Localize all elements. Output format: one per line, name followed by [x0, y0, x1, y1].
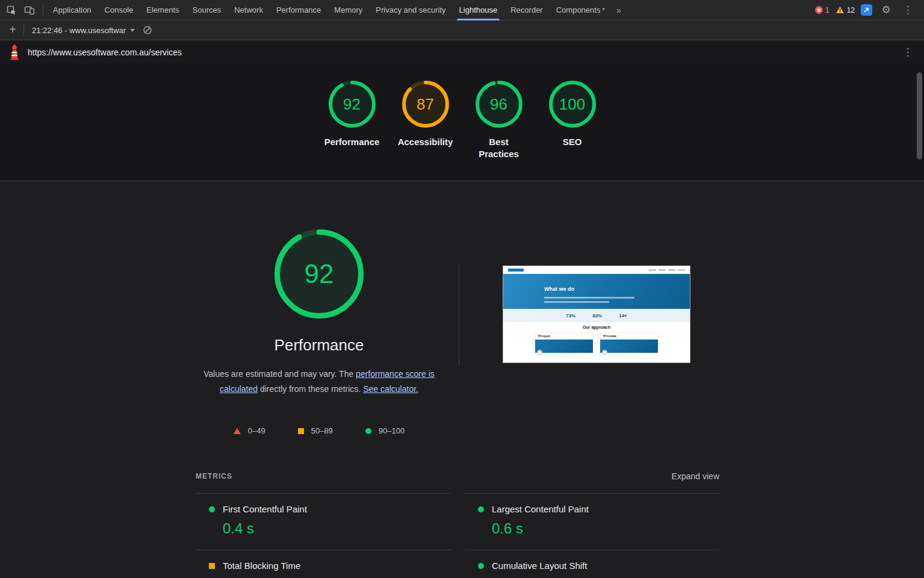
see-calculator-link[interactable]: See calculator.	[363, 384, 418, 394]
category-accessibility[interactable]: 87 Accessibility	[392, 81, 459, 181]
tab-memory[interactable]: Memory	[327, 0, 369, 20]
legend-range: 0–49	[248, 426, 265, 435]
expand-view-button[interactable]: Expand view	[672, 471, 719, 481]
legend-pass: 90–100	[365, 426, 405, 435]
tab-recorder[interactable]: Recorder	[504, 0, 549, 20]
thumb-stat: 14+	[619, 313, 627, 319]
metric-cumulative-layout-shift: Cumulative Layout Shift	[465, 550, 719, 577]
toolbar-separator	[43, 4, 43, 16]
thumb-nav	[503, 266, 690, 274]
report-url: https://www.usesoftware.com.au/services	[28, 48, 182, 57]
toolbar-right-icons: 1 12 ⚙ ⋮	[815, 2, 920, 18]
thumb-section-title: Our approach	[503, 322, 690, 332]
thumb-card: Project	[535, 332, 593, 353]
metric-name: Cumulative Layout Shift	[492, 561, 587, 571]
metrics-right-column: Largest Contentful Paint 0.6 s Cumulativ…	[465, 493, 719, 577]
category-label: Performance	[324, 136, 380, 148]
performance-description: Values are estimated and may vary. The p…	[199, 367, 439, 397]
thumb-card-label: Provide	[600, 332, 658, 340]
tab-console[interactable]: Console	[98, 0, 140, 20]
new-report-button[interactable]: +	[5, 22, 20, 38]
devtools-toolbar: Application Console Elements Sources Net…	[0, 0, 924, 20]
metrics-title: METRICS	[196, 472, 232, 480]
panel-tabs: Application Console Elements Sources Net…	[46, 0, 626, 20]
vertical-divider	[459, 264, 459, 366]
thumb-text-line	[544, 301, 609, 303]
category-label: Accessibility	[398, 136, 453, 148]
device-toolbar-icon[interactable]	[22, 2, 37, 18]
tab-privacy-and-security[interactable]: Privacy and security	[369, 0, 452, 20]
category-label: SEO	[563, 136, 582, 148]
warning-count-badge[interactable]: 12	[836, 6, 855, 14]
warning-icon	[836, 6, 845, 14]
metric-first-contentful-paint: First Contentful Paint 0.4 s	[196, 493, 450, 550]
category-seo[interactable]: 100 SEO	[539, 81, 606, 181]
tab-components[interactable]: Components *	[550, 0, 612, 20]
score-legend: 0–49 50–89 90–100	[184, 426, 454, 435]
tab-elements[interactable]: Elements	[140, 0, 185, 20]
thumb-card-label: Project	[535, 332, 593, 340]
tab-application[interactable]: Application	[46, 0, 98, 20]
metric-name: First Contentful Paint	[223, 504, 307, 514]
metrics-header: METRICS Expand view	[196, 471, 719, 481]
metric-value: 0.6 s	[492, 520, 719, 538]
error-icon	[815, 6, 823, 14]
category-performance[interactable]: 92 Performance	[318, 81, 386, 181]
more-tabs-button[interactable]: »	[612, 0, 626, 20]
tab-performance[interactable]: Performance	[270, 0, 327, 20]
dropdown-caret-icon	[130, 29, 135, 32]
thumb-nav-links	[649, 269, 685, 271]
metric-name: Total Blocking Time	[223, 561, 300, 571]
thumb-avatar	[602, 350, 607, 355]
devtools-menu-icon[interactable]: ⋮	[900, 2, 916, 18]
metric-largest-contentful-paint: Largest Contentful Paint 0.6 s	[465, 493, 719, 550]
average-square-icon	[298, 428, 304, 434]
extension-icon[interactable]	[861, 4, 872, 16]
thumb-text-line	[544, 297, 634, 299]
thumb-hero: What we do 73% 83% 14+	[503, 274, 690, 322]
warning-count: 12	[847, 6, 855, 14]
best-practices-score-gauge: 96	[476, 81, 522, 128]
metric-status-icon	[209, 563, 215, 569]
category-label: Best Practices	[469, 136, 529, 160]
components-badge-icon: *	[602, 7, 604, 14]
lighthouse-run-bar: + 21:22:46 - www.usesoftwar	[0, 20, 924, 40]
pass-circle-icon	[365, 428, 371, 434]
performance-score-gauge: 92	[329, 81, 376, 128]
legend-range: 90–100	[379, 426, 405, 435]
tab-lighthouse[interactable]: Lighthouse	[453, 0, 504, 20]
runbar-separator	[23, 24, 24, 36]
tab-components-label: Components	[556, 5, 601, 14]
thumb-cards: Project Provide	[503, 332, 690, 353]
metric-status-icon	[478, 563, 484, 569]
metric-total-blocking-time: Total Blocking Time	[196, 550, 450, 577]
thumb-stat: 83%	[592, 313, 602, 319]
seo-score-gauge: 100	[549, 81, 596, 128]
category-best-practices[interactable]: 96 Best Practices	[465, 81, 533, 181]
description-text: Values are estimated and may vary. The	[203, 369, 356, 379]
thumb-card: Provide	[600, 332, 658, 353]
tab-sources[interactable]: Sources	[186, 0, 228, 20]
legend-range: 50–89	[311, 426, 333, 435]
thumb-hero-title: What we do	[544, 286, 574, 292]
toolbar-left-icons	[4, 2, 46, 18]
error-count-badge[interactable]: 1	[815, 6, 829, 14]
settings-gear-icon[interactable]: ⚙	[878, 2, 894, 18]
error-count: 1	[825, 6, 829, 14]
metric-value: 0.4 s	[223, 520, 450, 538]
description-text: directly from these metrics.	[258, 384, 363, 394]
metrics-left-column: First Contentful Paint 0.4 s Total Block…	[196, 493, 450, 577]
clear-reports-icon[interactable]	[140, 22, 155, 38]
tab-network[interactable]: Network	[228, 0, 270, 20]
report-menu-icon[interactable]: ⋮	[900, 45, 916, 60]
devtools-window: Application Console Elements Sources Net…	[0, 0, 924, 578]
legend-fail: 0–49	[234, 426, 265, 435]
scrollbar[interactable]	[917, 72, 922, 160]
thumb-stat: 73%	[566, 313, 575, 319]
legend-average: 50–89	[298, 426, 333, 435]
fail-triangle-icon	[234, 428, 241, 434]
performance-section-title: Performance	[184, 336, 454, 355]
report-selector-dropdown[interactable]: 21:22:46 - www.usesoftwar	[27, 22, 140, 38]
page-screenshot-thumbnail: What we do 73% 83% 14+ Our approach Proj…	[503, 266, 690, 363]
inspect-icon[interactable]	[4, 2, 19, 18]
